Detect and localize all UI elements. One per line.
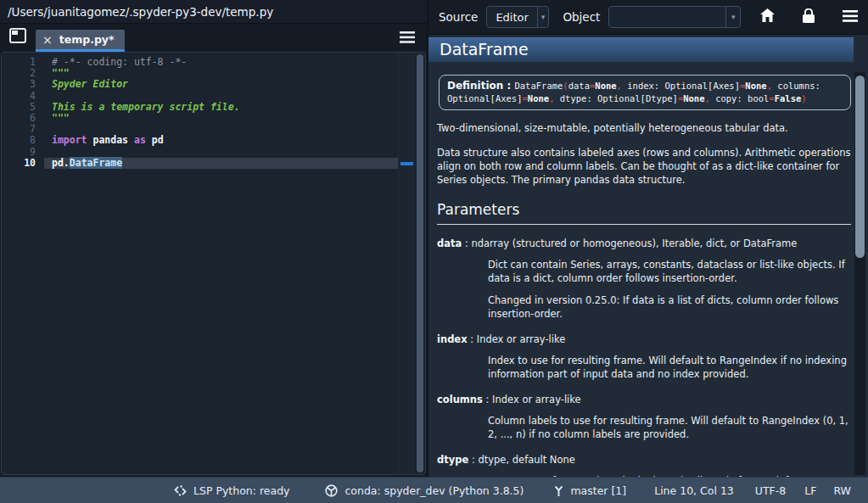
source-label: Source [439,10,478,24]
browse-tabs-icon[interactable] [9,28,28,45]
help-scrollbar-thumb[interactable] [855,75,865,258]
chevron-down-icon[interactable]: ▾ [725,7,740,27]
parameter-entry: columns : Index or array-likeColumn labe… [437,394,853,441]
cursor-position: Line 10, Col 13 [654,484,734,497]
occurrence-flag[interactable] [400,162,413,165]
parameter-entry: dtype : dtype, default NoneData type to … [437,454,853,477]
permissions-status: RW [833,484,851,497]
scroll-flag-area[interactable] [398,53,415,474]
object-combobox[interactable]: ▾ [608,6,741,28]
help-object-title: DataFrame [428,37,854,62]
help-paragraph: Data structure also contains labeled axe… [437,146,853,187]
code-lines[interactable]: # -*- coding: utf-8 -*-"""Spyder Editor … [44,53,398,474]
conda-icon [325,484,338,497]
code-line[interactable] [44,147,398,158]
definition-label: Definition [447,80,503,92]
parameter-description: Dict can contain Series, arrays, constan… [488,258,853,285]
lsp-icon [174,485,187,496]
line-number: 4 [2,91,36,102]
source-dropdown[interactable]: Editor ▾ [486,6,549,28]
tab-label: temp.py* [59,33,115,46]
parameters-heading: Parameters [437,201,851,225]
lock-icon[interactable] [803,8,815,26]
parameter-term: dtype : dtype, default None [437,454,853,466]
help-toolbar: Source Editor ▾ Object ▾ [428,0,868,34]
file-path-bar: /Users/juanitagomez/.spyder-py3-dev/temp… [0,0,427,24]
close-tab-icon[interactable]: × [42,34,53,46]
parameter-description: Index to use for resulting frame. Will d… [488,354,853,381]
line-number: 3 [2,79,36,90]
parameter-term: index : Index or array-like [437,333,853,345]
parameter-description: Changed in version 0.25.0: If data is a … [488,293,853,321]
code-editor[interactable]: 12345678910 # -*- coding: utf-8 -*-"""Sp… [1,52,426,475]
help-options-menu-icon[interactable] [843,9,858,25]
line-number: 8 [2,135,36,146]
editor-options-menu-icon[interactable] [400,31,415,47]
editor-scrollbar[interactable] [415,53,425,474]
code-line[interactable]: # -*- coding: utf-8 -*- [44,57,398,68]
parameters-list: data : ndarray (structured or homogeneou… [437,238,853,477]
editor-pane: /Users/juanitagomez/.spyder-py3-dev/temp… [0,0,427,477]
git-branch-text: master [1] [570,484,626,497]
code-line[interactable]: pd.DataFrame [44,158,398,169]
object-label: Object [563,10,600,24]
parameter-term: data : ndarray (structured or homogeneou… [437,238,853,249]
eol-status: LF [804,484,816,497]
lsp-status[interactable]: LSP Python: ready [174,484,289,497]
help-content: DataFrame Definition : DataFrame(data=No… [428,34,868,477]
code-line[interactable]: Spyder Editor [44,79,398,90]
code-line[interactable]: import pandas as pd [44,135,398,146]
editor-gutter: 12345678910 [2,53,44,474]
chevron-down-icon[interactable]: ▾ [537,7,549,27]
home-icon[interactable] [760,8,775,25]
parameter-entry: index : Index or array-likeIndex to use … [437,333,853,381]
tab-temp-py[interactable]: × temp.py* [36,30,125,52]
spyder-window: /Users/juanitagomez/.spyder-py3-dev/temp… [0,0,868,503]
lsp-status-text: LSP Python: ready [193,484,289,497]
help-scrollbar[interactable] [854,72,865,475]
encoding-status: UTF-8 [755,484,786,497]
git-branch-icon [554,484,563,497]
code-line[interactable]: This is a temporary script file. [44,102,398,113]
editor-scrollbar-thumb[interactable] [417,54,423,472]
source-dropdown-value: Editor [487,11,536,24]
interpreter-status[interactable]: conda: spyder_dev (Python 3.8.5) [325,484,524,497]
status-bar: LSP Python: ready conda: spyder_dev (Pyt… [0,477,868,503]
line-number: 9 [2,147,36,158]
git-branch-status[interactable]: master [1] [554,484,626,497]
parameter-entry: data : ndarray (structured or homogeneou… [437,238,853,321]
editor-tab-bar: × temp.py* [0,24,427,52]
help-pane: Source Editor ▾ Object ▾ [428,0,868,477]
help-description: Two-dimensional, size-mutable, potential… [437,121,853,187]
parameter-term: columns : Index or array-like [437,394,853,405]
definition-box: Definition : DataFrame(data=None, index:… [439,75,851,110]
code-line[interactable]: """ [44,113,398,124]
parameter-description: Column labels to use for resulting frame… [488,414,853,441]
line-number: 10 [2,158,36,169]
help-paragraph: Two-dimensional, size-mutable, potential… [437,121,853,135]
interpreter-status-text: conda: spyder_dev (Python 3.8.5) [344,484,524,497]
